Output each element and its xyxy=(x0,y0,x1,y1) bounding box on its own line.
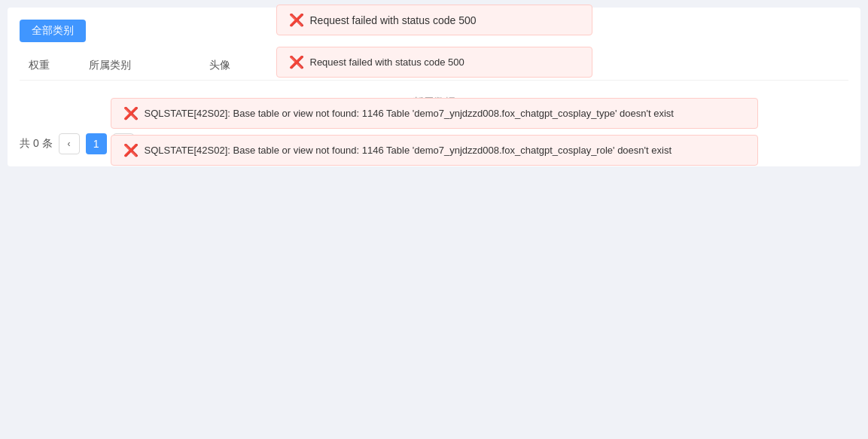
error-message-2: SQLSTATE[42S02]: Base table or view not … xyxy=(145,145,672,156)
error-icon-1: ❌ xyxy=(123,106,139,120)
all-categories-button[interactable]: 全部类别 xyxy=(20,20,86,42)
col-header-category: 所属类别 xyxy=(80,59,200,72)
error-msg-1: ❌ SQLSTATE[42S02]: Base table or view no… xyxy=(111,98,758,129)
second-alert-message: Request failed with status code 500 xyxy=(310,56,464,68)
alert-icon-1: ❌ xyxy=(289,13,304,27)
col-header-weight: 权重 xyxy=(20,59,80,72)
main-container: 全部类别 权重 所属类别 头像 暂无数据 共 0 条 ‹ 1 › ❌ Reque… xyxy=(0,0,868,439)
pagination-total: 共 0 条 xyxy=(20,137,53,151)
top-alert-message: Request failed with status code 500 xyxy=(310,14,477,26)
alert-icon-2: ❌ xyxy=(289,55,304,69)
notification-stack: ❌ Request failed with status code 500 xyxy=(276,2,592,35)
top-alert-box: ❌ Request failed with status code 500 xyxy=(276,5,592,35)
error-stack: ❌ Request failed with status code 500 xyxy=(276,47,592,78)
col-header-avatar: 头像 xyxy=(200,59,260,72)
pagination-prev-button[interactable]: ‹ xyxy=(59,133,80,154)
second-alert-box: ❌ Request failed with status code 500 xyxy=(276,47,592,78)
sqlstate-error-stack: ❌ SQLSTATE[42S02]: Base table or view no… xyxy=(111,98,758,166)
pagination-page-1[interactable]: 1 xyxy=(86,133,107,154)
error-message-1: SQLSTATE[42S02]: Base table or view not … xyxy=(145,108,674,119)
error-msg-2: ❌ SQLSTATE[42S02]: Base table or view no… xyxy=(111,135,758,166)
error-icon-2: ❌ xyxy=(123,143,139,157)
